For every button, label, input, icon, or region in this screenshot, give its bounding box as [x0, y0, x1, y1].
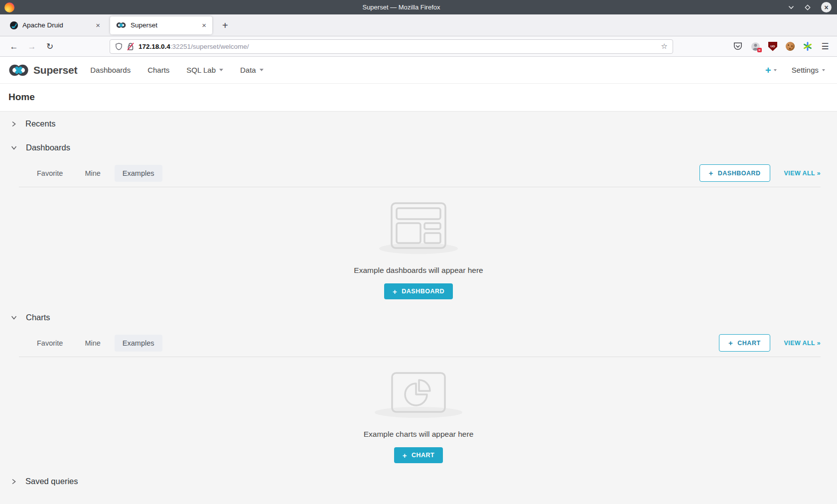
- back-icon[interactable]: ←: [7, 42, 21, 51]
- section-label: Charts: [26, 313, 50, 322]
- section-saved-queries[interactable]: Saved queries: [0, 469, 837, 493]
- navigation-toolbar: ← → ↻ 172.18.0.4:32251/superset/welcome/…: [0, 36, 837, 57]
- minimize-icon[interactable]: [788, 5, 794, 9]
- tab-apache-druid[interactable]: Apache Druid ×: [4, 16, 106, 34]
- page-title: Home: [8, 92, 837, 103]
- superset-favicon-icon: [116, 22, 126, 28]
- navbar-links: Dashboards Charts SQL Lab Data: [90, 66, 263, 74]
- brand-name: Superset: [33, 64, 77, 76]
- firefox-logo-icon: [4, 2, 14, 12]
- nav-sql-lab[interactable]: SQL Lab: [186, 66, 223, 74]
- ublock-icon[interactable]: UO: [768, 41, 778, 51]
- section-label: Recents: [25, 119, 56, 128]
- plus-icon: +: [403, 451, 407, 460]
- new-chart-button[interactable]: + CHART: [719, 334, 770, 352]
- dashboards-empty-state: Example dashboards will appear here + DA…: [0, 187, 837, 305]
- bookmark-star-icon[interactable]: ☆: [661, 42, 668, 51]
- section-label: Saved queries: [25, 477, 78, 486]
- tab-close-icon[interactable]: ×: [200, 20, 208, 30]
- chevron-down-icon: [822, 69, 825, 71]
- extension-error-badge: ✕: [757, 48, 762, 52]
- shield-icon[interactable]: [115, 42, 123, 51]
- insecure-lock-icon[interactable]: [127, 42, 134, 51]
- druid-favicon-icon: [10, 21, 18, 29]
- new-dashboard-button[interactable]: + DASHBOARD: [699, 164, 770, 182]
- url-bar[interactable]: 172.18.0.4:32251/superset/welcome/ ☆: [110, 39, 673, 54]
- page-header: Home: [0, 84, 837, 112]
- new-item-button[interactable]: +: [765, 65, 777, 75]
- plus-icon: +: [393, 287, 397, 296]
- nav-dashboards[interactable]: Dashboards: [90, 66, 131, 74]
- welcome-content: Recents Dashboards Favorite Mine Example…: [0, 112, 837, 504]
- plus-icon: +: [765, 65, 771, 75]
- nav-data[interactable]: Data: [240, 66, 264, 74]
- superset-brand[interactable]: Superset: [8, 64, 77, 77]
- add-chart-button[interactable]: + CHART: [394, 447, 443, 463]
- tab-superset[interactable]: Superset ×: [110, 16, 212, 34]
- tab-favorite[interactable]: Favorite: [29, 335, 71, 352]
- charts-filter-tabs: Favorite Mine Examples: [29, 335, 162, 352]
- superset-logo-icon: [8, 64, 29, 77]
- dashboards-subheader: Favorite Mine Examples + DASHBOARD VIEW …: [0, 159, 837, 187]
- window-title: Superset — Mozilla Firefox: [14, 3, 788, 11]
- forward-icon[interactable]: →: [25, 42, 39, 51]
- empty-chart-image: [391, 372, 446, 413]
- url-path: :32251/superset/welcome/: [170, 43, 249, 50]
- tab-label: Superset: [131, 21, 200, 29]
- chevron-right-icon: [11, 121, 16, 127]
- chevron-down-icon: [219, 69, 223, 71]
- browser-window: Superset — Mozilla Firefox × Apache Drui…: [0, 0, 837, 504]
- tab-label: Apache Druid: [22, 21, 94, 29]
- chevron-down-icon: [11, 315, 17, 320]
- section-label: Dashboards: [26, 143, 70, 152]
- chevron-right-icon: [11, 479, 16, 485]
- section-charts[interactable]: Charts: [0, 305, 837, 329]
- bottom-padding: [0, 493, 837, 504]
- chevron-down-icon: [260, 69, 264, 71]
- charts-subheader: Favorite Mine Examples + CHART VIEW ALL …: [0, 329, 837, 357]
- reload-icon[interactable]: ↻: [43, 42, 57, 51]
- tab-close-icon[interactable]: ×: [94, 20, 102, 30]
- chevron-down-icon: [11, 145, 17, 150]
- empty-state-text: Example dashboards will appear here: [354, 266, 483, 275]
- extension-disabled-icon[interactable]: ✕: [750, 41, 760, 51]
- nav-charts[interactable]: Charts: [147, 66, 169, 74]
- dashboards-filter-tabs: Favorite Mine Examples: [29, 165, 162, 182]
- pocket-icon[interactable]: [733, 41, 743, 51]
- hamburger-menu-icon[interactable]: ☰: [820, 41, 830, 51]
- settings-menu[interactable]: Settings: [792, 66, 825, 74]
- section-dashboards[interactable]: Dashboards: [0, 135, 837, 159]
- tab-examples[interactable]: Examples: [115, 165, 162, 182]
- plus-icon: +: [709, 169, 713, 177]
- colorful-asterisk-extension-icon[interactable]: [803, 41, 813, 51]
- empty-state-text: Example charts will appear here: [364, 430, 474, 439]
- tab-strip: Apache Druid × Superset × +: [0, 14, 837, 36]
- empty-dashboard-image: [391, 202, 446, 249]
- new-tab-button[interactable]: +: [218, 20, 232, 30]
- close-icon[interactable]: ×: [821, 2, 832, 12]
- charts-view-all-link[interactable]: VIEW ALL »: [784, 340, 821, 347]
- add-dashboard-button[interactable]: + DASHBOARD: [384, 283, 453, 299]
- charts-empty-state: Example charts will appear here + CHART: [0, 357, 837, 469]
- tab-mine[interactable]: Mine: [77, 165, 108, 182]
- superset-navbar: Superset Dashboards Charts SQL Lab Data …: [0, 57, 837, 84]
- tab-mine[interactable]: Mine: [77, 335, 108, 352]
- cookie-icon[interactable]: [785, 41, 795, 51]
- titlebar: Superset — Mozilla Firefox ×: [0, 0, 837, 14]
- plus-icon: +: [728, 339, 733, 347]
- tab-favorite[interactable]: Favorite: [29, 165, 71, 182]
- dashboards-view-all-link[interactable]: VIEW ALL »: [784, 170, 821, 177]
- url-host: 172.18.0.4: [139, 43, 170, 50]
- section-recents[interactable]: Recents: [0, 112, 837, 135]
- maximize-icon[interactable]: [804, 4, 811, 11]
- tab-examples[interactable]: Examples: [115, 335, 162, 352]
- chevron-down-icon: [774, 69, 777, 71]
